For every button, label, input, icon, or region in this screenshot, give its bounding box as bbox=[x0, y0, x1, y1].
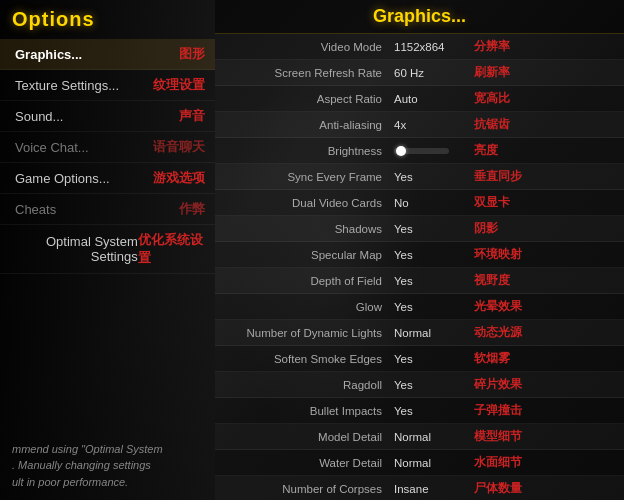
setting-zh-4: 亮度 bbox=[470, 142, 624, 159]
setting-value-2[interactable]: Auto bbox=[390, 93, 470, 105]
setting-label-15: Model Detail bbox=[215, 431, 390, 443]
setting-label-11: Number of Dynamic Lights bbox=[215, 327, 390, 339]
setting-value-4 bbox=[390, 148, 470, 154]
setting-label-12: Soften Smoke Edges bbox=[215, 353, 390, 365]
settings-row-17[interactable]: Number of CorpsesInsane尸体数量 bbox=[215, 476, 624, 500]
sidebar-item-label-optimal: Optimal System Settings bbox=[15, 234, 138, 264]
setting-zh-1: 刷新率 bbox=[470, 64, 624, 81]
setting-value-7[interactable]: Yes bbox=[390, 223, 470, 235]
setting-value-15[interactable]: Normal bbox=[390, 431, 470, 443]
sidebar-item-texture[interactable]: Texture Settings...纹理设置 bbox=[0, 70, 215, 101]
setting-label-13: Ragdoll bbox=[215, 379, 390, 391]
settings-row-15[interactable]: Model DetailNormal模型细节 bbox=[215, 424, 624, 450]
setting-value-12[interactable]: Yes bbox=[390, 353, 470, 365]
settings-row-13[interactable]: RagdollYes碎片效果 bbox=[215, 372, 624, 398]
settings-row-10[interactable]: GlowYes光晕效果 bbox=[215, 294, 624, 320]
setting-value-1[interactable]: 60 Hz bbox=[390, 67, 470, 79]
sidebar-title: Options bbox=[0, 0, 215, 39]
sidebar-item-label-cheats: Cheats bbox=[15, 202, 56, 217]
setting-value-3[interactable]: 4x bbox=[390, 119, 470, 131]
sidebar-item-label-gameoptions: Game Options... bbox=[15, 171, 110, 186]
settings-row-12[interactable]: Soften Smoke EdgesYes软烟雾 bbox=[215, 346, 624, 372]
setting-zh-10: 光晕效果 bbox=[470, 298, 624, 315]
setting-label-3: Anti-aliasing bbox=[215, 119, 390, 131]
bottom-line1: mmend using "Optimal System bbox=[12, 441, 208, 458]
setting-value-9[interactable]: Yes bbox=[390, 275, 470, 287]
settings-row-14[interactable]: Bullet ImpactsYes子弹撞击 bbox=[215, 398, 624, 424]
settings-row-16[interactable]: Water DetailNormal水面细节 bbox=[215, 450, 624, 476]
setting-value-13[interactable]: Yes bbox=[390, 379, 470, 391]
setting-label-7: Shadows bbox=[215, 223, 390, 235]
sidebar-item-graphics[interactable]: Graphics...图形 bbox=[0, 39, 215, 70]
settings-row-0[interactable]: Video Mode1152x864分辨率 bbox=[215, 34, 624, 60]
sidebar-item-zh-optimal: 优化系统设置 bbox=[138, 231, 205, 267]
sidebar-item-zh-graphics: 图形 bbox=[179, 45, 205, 63]
setting-label-8: Specular Map bbox=[215, 249, 390, 261]
bottom-text: mmend using "Optimal System . Manually c… bbox=[0, 431, 220, 501]
setting-zh-0: 分辨率 bbox=[470, 38, 624, 55]
setting-zh-12: 软烟雾 bbox=[470, 350, 624, 367]
setting-zh-13: 碎片效果 bbox=[470, 376, 624, 393]
setting-zh-8: 环境映射 bbox=[470, 246, 624, 263]
setting-value-10[interactable]: Yes bbox=[390, 301, 470, 313]
right-panel: Graphics... Video Mode1152x864分辨率Screen … bbox=[215, 0, 624, 500]
setting-label-5: Sync Every Frame bbox=[215, 171, 390, 183]
sidebar-item-zh-sound: 声音 bbox=[179, 107, 205, 125]
slider-track[interactable] bbox=[394, 148, 449, 154]
setting-zh-5: 垂直同步 bbox=[470, 168, 624, 185]
setting-value-6[interactable]: No bbox=[390, 197, 470, 209]
sidebar: Options Graphics...图形Texture Settings...… bbox=[0, 0, 215, 500]
sidebar-menu: Graphics...图形Texture Settings...纹理设置Soun… bbox=[0, 39, 215, 274]
setting-label-4: Brightness bbox=[215, 145, 390, 157]
setting-label-1: Screen Refresh Rate bbox=[215, 67, 390, 79]
slider-thumb[interactable] bbox=[396, 146, 406, 156]
setting-value-8[interactable]: Yes bbox=[390, 249, 470, 261]
settings-row-4[interactable]: Brightness亮度 bbox=[215, 138, 624, 164]
settings-row-7[interactable]: ShadowsYes阴影 bbox=[215, 216, 624, 242]
sidebar-item-zh-texture: 纹理设置 bbox=[153, 76, 205, 94]
brightness-slider[interactable] bbox=[394, 148, 470, 154]
setting-value-5[interactable]: Yes bbox=[390, 171, 470, 183]
bottom-line3: ult in poor performance. bbox=[12, 474, 208, 491]
setting-label-0: Video Mode bbox=[215, 41, 390, 53]
sidebar-item-zh-gameoptions: 游戏选项 bbox=[153, 169, 205, 187]
setting-value-17[interactable]: Insane bbox=[390, 483, 470, 495]
setting-label-9: Depth of Field bbox=[215, 275, 390, 287]
panel-title: Graphics... bbox=[215, 0, 624, 34]
sidebar-item-gameoptions[interactable]: Game Options...游戏选项 bbox=[0, 163, 215, 194]
settings-row-2[interactable]: Aspect RatioAuto宽高比 bbox=[215, 86, 624, 112]
settings-row-9[interactable]: Depth of FieldYes视野度 bbox=[215, 268, 624, 294]
setting-zh-2: 宽高比 bbox=[470, 90, 624, 107]
sidebar-item-optimal[interactable]: Optimal System Settings优化系统设置 bbox=[0, 225, 215, 274]
sidebar-item-label-voicechat: Voice Chat... bbox=[15, 140, 89, 155]
settings-row-8[interactable]: Specular MapYes环境映射 bbox=[215, 242, 624, 268]
setting-zh-11: 动态光源 bbox=[470, 324, 624, 341]
sidebar-item-label-sound: Sound... bbox=[15, 109, 63, 124]
setting-label-16: Water Detail bbox=[215, 457, 390, 469]
setting-value-16[interactable]: Normal bbox=[390, 457, 470, 469]
settings-row-6[interactable]: Dual Video CardsNo双显卡 bbox=[215, 190, 624, 216]
setting-label-10: Glow bbox=[215, 301, 390, 313]
sidebar-item-zh-cheats: 作弊 bbox=[179, 200, 205, 218]
setting-label-14: Bullet Impacts bbox=[215, 405, 390, 417]
settings-row-1[interactable]: Screen Refresh Rate60 Hz刷新率 bbox=[215, 60, 624, 86]
setting-label-17: Number of Corpses bbox=[215, 483, 390, 495]
setting-value-11[interactable]: Normal bbox=[390, 327, 470, 339]
sidebar-item-label-texture: Texture Settings... bbox=[15, 78, 119, 93]
setting-zh-9: 视野度 bbox=[470, 272, 624, 289]
settings-row-5[interactable]: Sync Every FrameYes垂直同步 bbox=[215, 164, 624, 190]
setting-value-0[interactable]: 1152x864 bbox=[390, 41, 470, 53]
sidebar-item-label-graphics: Graphics... bbox=[15, 47, 82, 62]
setting-zh-3: 抗锯齿 bbox=[470, 116, 624, 133]
setting-value-14[interactable]: Yes bbox=[390, 405, 470, 417]
setting-zh-16: 水面细节 bbox=[470, 454, 624, 471]
setting-zh-7: 阴影 bbox=[470, 220, 624, 237]
sidebar-item-voicechat[interactable]: Voice Chat...语音聊天 bbox=[0, 132, 215, 163]
sidebar-item-sound[interactable]: Sound...声音 bbox=[0, 101, 215, 132]
settings-row-3[interactable]: Anti-aliasing4x抗锯齿 bbox=[215, 112, 624, 138]
setting-label-2: Aspect Ratio bbox=[215, 93, 390, 105]
settings-row-11[interactable]: Number of Dynamic LightsNormal动态光源 bbox=[215, 320, 624, 346]
sidebar-item-cheats[interactable]: Cheats作弊 bbox=[0, 194, 215, 225]
settings-list: Video Mode1152x864分辨率Screen Refresh Rate… bbox=[215, 34, 624, 500]
bottom-line2: . Manually changing settings bbox=[12, 457, 208, 474]
